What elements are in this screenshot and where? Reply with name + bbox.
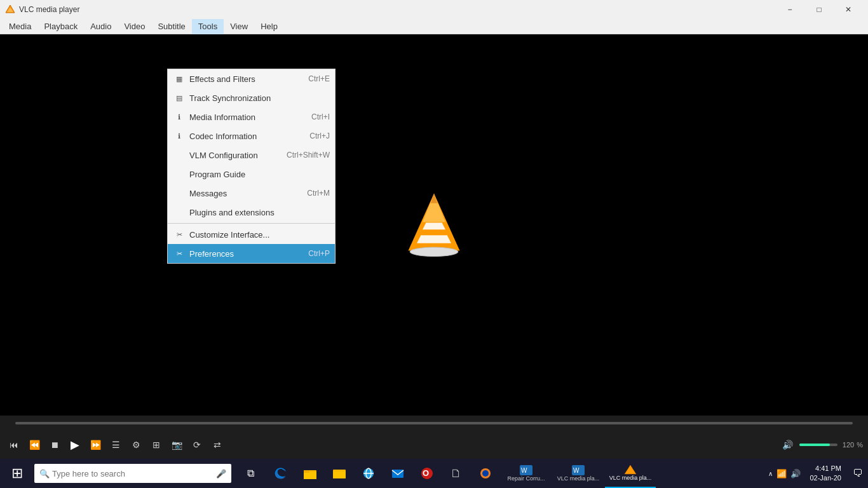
codec-info-label: Codec Information [189, 132, 303, 141]
media-info-shortcut: Ctrl+I [311, 112, 330, 121]
taskbar-app-videos[interactable] [325, 459, 353, 488]
svg-text:O: O [423, 468, 429, 478]
menu-item-vlm-config[interactable]: VLM Configuration Ctrl+Shift+W [168, 146, 335, 165]
preferences-shortcut: Ctrl+P [308, 249, 330, 258]
track-sync-icon: ▤ [173, 92, 186, 104]
menu-item-codec-info[interactable]: ℹ Codec Information Ctrl+J [168, 126, 335, 146]
menu-item-plugins-ext[interactable]: Plugins and extensions [168, 203, 335, 222]
taskbar-system-tray: ∧ 📶 🔊 4:41 PM 02-Jan-20 🗨 [768, 464, 865, 484]
program-guide-icon [173, 168, 186, 180]
menu-playback[interactable]: Playback [37, 19, 84, 34]
timeline-area[interactable] [0, 416, 868, 431]
taskbar-app-opera[interactable]: O [413, 459, 441, 488]
menu-item-program-guide[interactable]: Program Guide [168, 165, 335, 184]
media-info-icon: ℹ [173, 111, 186, 123]
media-info-label: Media Information [189, 112, 305, 122]
svg-marker-31 [625, 465, 636, 474]
clock-area[interactable]: 4:41 PM 02-Jan-20 [806, 464, 845, 484]
close-button[interactable]: ✕ [834, 0, 863, 19]
controls-area: ⏮ ⏪ ⏹ ▶ ⏩ ☰ ⚙ ⊞ 📷 ⟳ ⇄ 🔊 120 % [0, 431, 868, 459]
vlc-logo [405, 190, 463, 260]
menu-view[interactable]: View [224, 19, 254, 34]
svg-rect-11 [304, 472, 316, 479]
taskbar-app-file-mgr[interactable]: 🗋 [442, 459, 470, 488]
mic-icon: 🎤 [216, 469, 226, 478]
svg-text:W: W [573, 467, 580, 474]
taskbar-app-file-explorer[interactable] [296, 459, 324, 488]
app-icon [5, 4, 15, 15]
svg-rect-15 [333, 471, 346, 478]
taskbar: ⊞ 🔍 🎤 ⧉ O 🗋 [0, 459, 868, 488]
video-area: ▦ Effects and Filters Ctrl+E ▤ Track Syn… [0, 34, 868, 416]
svg-marker-5 [417, 235, 451, 243]
codec-info-icon: ℹ [173, 130, 186, 142]
search-icon: 🔍 [39, 469, 50, 478]
taskbar-app-email[interactable] [384, 459, 412, 488]
taskbar-search-bar[interactable]: 🔍 🎤 [34, 464, 231, 483]
menu-item-messages[interactable]: Messages Ctrl+M [168, 184, 335, 203]
maximize-button[interactable]: □ [804, 0, 834, 19]
search-input[interactable] [52, 469, 216, 478]
svg-marker-9 [431, 194, 438, 203]
messages-shortcut: Ctrl+M [307, 189, 330, 198]
menu-subtitle[interactable]: Subtitle [151, 19, 191, 34]
vlm-config-icon [173, 149, 186, 161]
plugins-ext-label: Plugins and extensions [189, 208, 323, 217]
effects-button[interactable]: ⊞ [147, 436, 165, 454]
extended-settings-button[interactable]: ⚙ [127, 436, 145, 454]
taskbar-app-repair[interactable]: W Repair Corru... [501, 459, 552, 488]
menu-bar: Media Playback Audio Video Subtitle Tool… [0, 19, 868, 34]
menu-media[interactable]: Media [3, 19, 37, 34]
plugins-ext-icon [173, 206, 186, 219]
menu-item-preferences[interactable]: ✂ Preferences Ctrl+P [168, 244, 335, 263]
taskbar-task-view[interactable]: ⧉ [236, 459, 264, 488]
svg-marker-6 [423, 222, 445, 229]
codec-info-shortcut: Ctrl+J [309, 132, 330, 140]
effects-filters-shortcut: Ctrl+E [308, 74, 330, 83]
menu-video[interactable]: Video [118, 19, 151, 34]
taskbar-app-word[interactable]: W VLC media pla... [553, 459, 604, 488]
tools-dropdown-menu: ▦ Effects and Filters Ctrl+E ▤ Track Syn… [167, 69, 336, 264]
vlm-config-label: VLM Configuration [189, 151, 280, 160]
menu-tools[interactable]: Tools [192, 19, 224, 34]
taskbar-app-vlc[interactable]: VLC media pla... [605, 459, 656, 488]
next-button[interactable]: ⏩ [86, 436, 104, 454]
messages-label: Messages [189, 189, 301, 198]
taskbar-app-firefox[interactable] [471, 459, 499, 488]
volume-bar[interactable] [799, 444, 837, 446]
play-button[interactable]: ▶ [66, 436, 84, 454]
snapshot-button[interactable]: 📷 [168, 436, 186, 454]
vlm-config-shortcut: Ctrl+Shift+W [287, 151, 330, 159]
menu-audio[interactable]: Audio [84, 19, 118, 34]
loop-button[interactable]: ⟳ [188, 436, 206, 454]
volume-tray-icon[interactable]: 🔊 [790, 469, 801, 478]
start-button[interactable]: ⊞ [3, 459, 32, 488]
title-bar: VLC media player − □ ✕ [0, 0, 868, 19]
shuffle-button[interactable]: ⇄ [208, 436, 226, 454]
menu-item-media-info[interactable]: ℹ Media Information Ctrl+I [168, 107, 335, 126]
notification-icon[interactable]: 🗨 [850, 468, 865, 479]
prev-chapter-button[interactable]: ⏮ [5, 436, 23, 454]
menu-item-effects-filters[interactable]: ▦ Effects and Filters Ctrl+E [168, 69, 335, 88]
playlist-button[interactable]: ☰ [107, 436, 125, 454]
network-icon[interactable]: 📶 [776, 469, 787, 478]
clock-time: 4:41 PM [810, 464, 841, 473]
menu-item-customize-interface[interactable]: ✂ Customize Interface... [168, 225, 335, 244]
preferences-icon: ✂ [173, 247, 186, 260]
preferences-label: Preferences [189, 249, 302, 259]
volume-icon-button[interactable]: 🔊 [779, 436, 797, 454]
effects-filters-label: Effects and Filters [189, 74, 302, 84]
progress-bar[interactable] [15, 422, 853, 424]
window-controls: − □ ✕ [775, 0, 863, 19]
taskbar-app-edge[interactable] [267, 459, 295, 488]
stop-button[interactable]: ⏹ [46, 436, 64, 454]
track-sync-label: Track Synchronization [189, 93, 323, 103]
minimize-button[interactable]: − [775, 0, 804, 19]
tray-up-arrow[interactable]: ∧ [768, 470, 773, 477]
volume-percent: % [857, 441, 863, 449]
volume-bar-fill [799, 444, 830, 446]
rewind-button[interactable]: ⏪ [25, 436, 43, 454]
menu-item-track-sync[interactable]: ▤ Track Synchronization [168, 88, 335, 107]
menu-help[interactable]: Help [254, 19, 284, 34]
taskbar-app-ie[interactable] [355, 459, 383, 488]
